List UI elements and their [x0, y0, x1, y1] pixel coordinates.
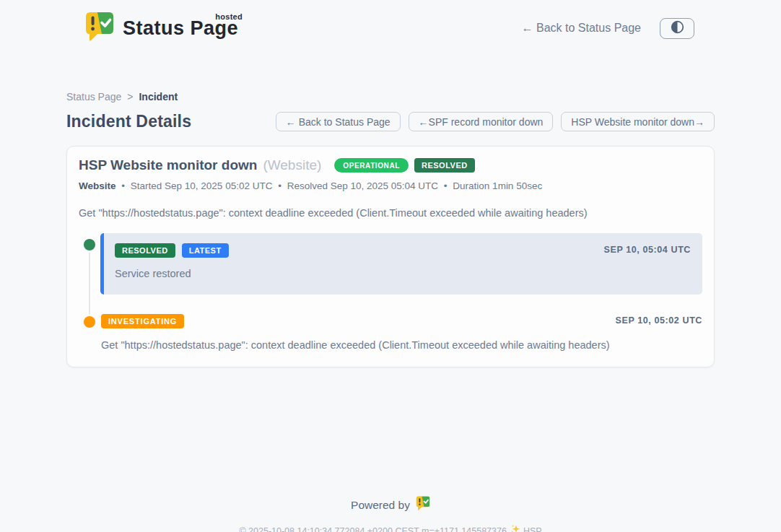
meta-duration: Duration 1min 50sec [453, 180, 542, 191]
timeline-investigating-badge: INVESTIGATING [101, 314, 184, 328]
timeline-timestamp: SEP 10, 05:04 UTC [604, 245, 691, 255]
incident-card: HSP Website monitor down (Website) OPERA… [66, 146, 715, 367]
timeline-resolved-badge: RESOLVED [115, 243, 175, 258]
operational-badge: OPERATIONAL [334, 158, 409, 173]
next-incident-button[interactable]: HSP Website monitor down→ [561, 112, 715, 131]
page-title: Incident Details [66, 112, 191, 131]
footer: Powered by © 2025-10-08 14:10:34.772084 … [0, 496, 781, 532]
incident-nav-buttons: ← Back to Status Page ←SPF record monito… [276, 112, 715, 131]
incident-meta: Website • Started Sep 10, 2025 05:02 UTC… [79, 180, 702, 191]
copyright-line: © 2025-10-08 14:10:34.772084 +0200 CEST … [0, 525, 781, 532]
timeline-message: Service restored [115, 268, 691, 279]
theme-toggle-button[interactable] [660, 18, 694, 39]
breadcrumb-separator: > [127, 91, 133, 103]
timeline-latest-badge: LATEST [182, 243, 229, 258]
copyright-text: © 2025-10-08 14:10:34.772084 +0200 CEST … [239, 526, 507, 532]
breadcrumb-incident: Incident [139, 91, 178, 103]
timeline-entry-investigating: INVESTIGATING SEP 10, 05:02 UTC Get "htt… [79, 314, 702, 351]
breadcrumb: Status Page > Incident [66, 91, 715, 103]
sparkles-icon [510, 524, 520, 532]
brand-logo[interactable]: Status Page hosted [85, 12, 238, 45]
timeline-timestamp: SEP 10, 05:02 UTC [616, 315, 702, 326]
incident-component-suffix: (Website) [263, 157, 321, 173]
header: Status Page hosted ← Back to Status Page [0, 0, 781, 46]
statuspage-bubble-icon [85, 12, 114, 45]
statuspage-bubble-icon-small[interactable] [416, 496, 430, 514]
meta-component: Website [79, 180, 116, 191]
header-back-link[interactable]: ← Back to Status Page [522, 22, 641, 35]
half-circle-icon [671, 20, 684, 36]
timeline-dot-orange [84, 316, 95, 328]
breadcrumb-status-page[interactable]: Status Page [66, 91, 121, 103]
timeline-dot-green [84, 239, 95, 250]
brand-name: Status Page hosted [123, 17, 238, 40]
brand-hosted-label: hosted [215, 12, 243, 21]
powered-by-label: Powered by [351, 499, 410, 512]
incident-description: Get "https://hostedstatus.page": context… [79, 207, 702, 219]
back-to-status-page-button[interactable]: ← Back to Status Page [276, 112, 401, 131]
timeline-message: Get "https://hostedstatus.page": context… [101, 339, 702, 351]
copyright-suffix: HSP [523, 526, 542, 532]
incident-title: HSP Website monitor down [79, 157, 257, 173]
resolved-badge: RESOLVED [414, 158, 475, 173]
incident-timeline: RESOLVED LATEST SEP 10, 05:04 UTC Servic… [79, 237, 702, 351]
meta-started: Started Sep 10, 2025 05:02 UTC [131, 180, 273, 191]
meta-resolved: Resolved Sep 10, 2025 05:04 UTC [287, 180, 438, 191]
prev-incident-button[interactable]: ←SPF record monitor down [409, 112, 554, 131]
timeline-entry-resolved: RESOLVED LATEST SEP 10, 05:04 UTC Servic… [79, 237, 702, 295]
